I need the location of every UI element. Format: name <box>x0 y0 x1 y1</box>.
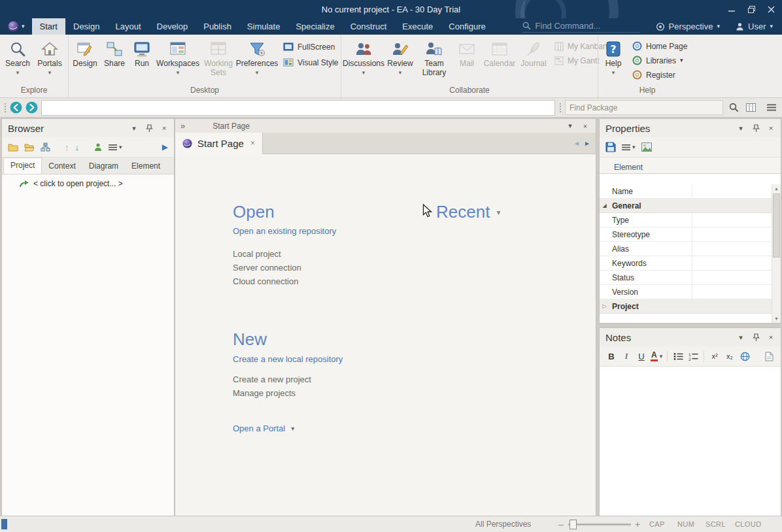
ribbon-tab-develop[interactable]: Develop <box>149 18 196 35</box>
ribbon-tab-design[interactable]: Design <box>65 18 107 35</box>
property-value-type[interactable] <box>692 213 772 227</box>
scroll-up-icon[interactable]: ▲ <box>772 184 781 193</box>
browse-forward-icon[interactable]: ▶ <box>162 142 168 152</box>
zoom-in-button[interactable]: + <box>635 516 640 532</box>
ribbon-tab-execute[interactable]: Execute <box>394 18 441 35</box>
toolbar-grip[interactable] <box>558 102 562 113</box>
property-value-alias[interactable] <box>692 242 772 256</box>
address-input[interactable] <box>41 100 555 116</box>
notes-editor[interactable] <box>600 367 781 517</box>
perspectives-status[interactable]: All Perspectives <box>475 516 531 532</box>
cloud-connection-item[interactable]: Cloud connection <box>233 276 298 286</box>
scrollbar-thumb[interactable] <box>773 193 780 258</box>
close-icon[interactable] <box>767 5 775 14</box>
design-button[interactable]: Design <box>70 36 100 86</box>
perspective-switcher[interactable]: Perspective ▾ <box>656 22 720 31</box>
create-new-project-item[interactable]: Create a new project <box>233 374 311 384</box>
nav-right-icon[interactable]: ▸ <box>585 139 589 148</box>
underline-button[interactable]: U <box>635 350 648 363</box>
search-button[interactable] <box>726 101 741 115</box>
italic-button[interactable]: I <box>620 350 633 363</box>
new-document-icon[interactable] <box>762 350 775 363</box>
back-button[interactable] <box>10 101 22 114</box>
open-portal-dropdown[interactable]: Open a Portal ▾ <box>233 424 294 433</box>
move-down-icon[interactable]: ↓ <box>75 142 80 152</box>
pin-icon[interactable] <box>751 123 761 133</box>
close-icon[interactable]: × <box>766 332 776 342</box>
search-button[interactable]: Search ▾ <box>1 36 34 86</box>
panel-menu-caret-icon[interactable]: ▾ <box>736 123 746 133</box>
zoom-slider-track[interactable] <box>568 524 631 525</box>
portals-button[interactable]: Portals ▾ <box>34 36 65 86</box>
property-group-project[interactable]: ▷Project <box>600 299 772 314</box>
manage-projects-item[interactable]: Manage projects <box>233 388 296 398</box>
toolbar-grip[interactable] <box>3 102 7 113</box>
run-button[interactable]: Run <box>129 36 155 86</box>
toolbar-options-menu-icon[interactable] <box>765 101 779 115</box>
browser-options-menu-icon[interactable]: ▾ <box>109 144 122 151</box>
register-button[interactable]: Register <box>632 70 675 80</box>
workspaces-button[interactable]: Workspaces ▾ <box>155 36 201 86</box>
find-package-input[interactable] <box>566 103 723 112</box>
browser-tab-project[interactable]: Project <box>3 158 42 174</box>
open-folder-icon[interactable] <box>24 142 35 152</box>
bold-button[interactable]: B <box>605 350 618 363</box>
user-element-icon[interactable] <box>94 142 103 152</box>
close-icon[interactable]: × <box>766 123 776 133</box>
browser-tab-context[interactable]: Context <box>42 159 82 174</box>
fullscreen-button[interactable]: FullScreen <box>283 42 335 52</box>
home-page-button[interactable]: Home Page <box>632 41 687 51</box>
review-button[interactable]: Review ▾ <box>384 36 416 86</box>
minimize-icon[interactable] <box>728 5 736 14</box>
bullet-list-button[interactable] <box>672 350 685 363</box>
zoom-out-button[interactable]: – <box>558 516 564 532</box>
open-project-hint[interactable]: < click to open project... > <box>20 179 174 188</box>
model-tree-icon[interactable] <box>41 142 50 152</box>
font-color-button[interactable]: A ▾ <box>650 350 663 363</box>
browser-tab-diagram[interactable]: Diagram <box>82 159 125 174</box>
property-value-status[interactable] <box>692 271 772 284</box>
property-value-version[interactable] <box>692 285 772 299</box>
save-icon[interactable] <box>605 142 616 152</box>
share-button[interactable]: Share <box>100 36 129 86</box>
property-value-stereotype[interactable] <box>692 227 772 241</box>
collapsed-icon[interactable]: ▷ <box>600 299 609 313</box>
numbered-list-button[interactable]: 12 <box>687 350 700 363</box>
user-menu[interactable]: User ▾ <box>736 22 773 31</box>
pin-icon[interactable] <box>751 332 761 342</box>
close-tab-icon[interactable]: × <box>250 139 255 148</box>
app-menu-button[interactable]: ▾ <box>0 18 32 35</box>
new-model-icon[interactable] <box>8 142 18 152</box>
image-icon[interactable] <box>641 142 652 152</box>
create-local-repository-link[interactable]: Create a new local repository <box>233 354 343 364</box>
properties-scrollbar[interactable]: ▲ ▼ <box>772 184 781 323</box>
find-command-input[interactable]: Find Command... <box>522 21 640 33</box>
superscript-button[interactable]: x² <box>708 350 721 363</box>
team-library-button[interactable]: Team Library <box>416 36 452 86</box>
server-connection-item[interactable]: Server connection <box>233 263 301 273</box>
property-value-keywords[interactable] <box>692 256 772 270</box>
expanded-icon[interactable]: ◢ <box>600 199 609 212</box>
ribbon-tab-start[interactable]: Start <box>32 18 65 35</box>
local-project-item[interactable]: Local project <box>233 249 281 259</box>
tab-list-caret-icon[interactable]: ▾ <box>565 121 575 131</box>
property-group-general[interactable]: ◢General <box>600 199 772 213</box>
help-button[interactable]: ? Help ▾ <box>600 36 627 86</box>
maximize-icon[interactable] <box>747 5 756 14</box>
visual-style-button[interactable]: Visual Style <box>283 58 338 68</box>
ribbon-tab-construct[interactable]: Construct <box>343 18 395 35</box>
discussions-button[interactable]: Discussions ▾ <box>343 36 384 86</box>
ribbon-tab-publish[interactable]: Publish <box>196 18 239 35</box>
zoom-slider-thumb[interactable] <box>570 520 577 529</box>
move-up-icon[interactable]: ↑ <box>65 142 69 152</box>
ribbon-tab-specialize[interactable]: Specialize <box>288 18 342 35</box>
element-section-tab[interactable]: Element <box>610 161 647 173</box>
close-icon[interactable]: × <box>159 123 169 133</box>
nav-left-icon[interactable]: ◂ <box>575 139 579 148</box>
start-page-tab[interactable]: Start Page × <box>175 133 263 154</box>
hyperlink-button[interactable] <box>738 350 751 363</box>
panel-menu-caret-icon[interactable]: ▾ <box>129 123 139 133</box>
pin-icon[interactable] <box>144 123 154 133</box>
libraries-button[interactable]: Libraries ▾ <box>632 56 683 65</box>
browser-tab-element[interactable]: Element <box>125 159 167 174</box>
